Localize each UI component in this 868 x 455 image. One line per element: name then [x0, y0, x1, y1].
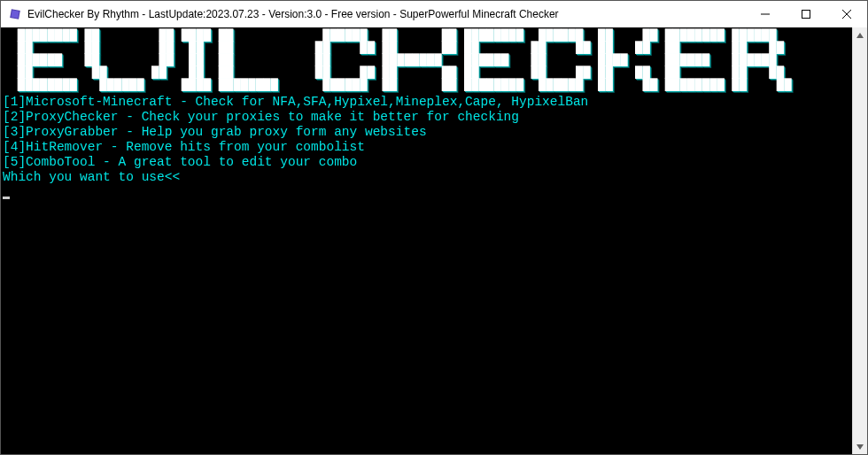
ascii-banner: ████████ ██ ██ ████ ██ ██████ ██ ██ ████… — [3, 29, 852, 91]
menu-option-5: [5]ComboTool - A great tool to edit your… — [3, 155, 357, 169]
svg-rect-3 — [802, 11, 810, 19]
menu-option-2: [2]ProxyChecker - Check your proxies to … — [3, 110, 519, 124]
scroll-down-button[interactable] — [853, 439, 867, 454]
svg-marker-6 — [856, 33, 864, 38]
svg-rect-1 — [11, 10, 19, 18]
menu-option-3: [3]ProxyGrabber - Help you grab proxy fo… — [3, 125, 427, 139]
console-area: ████████ ██ ██ ████ ██ ██████ ██ ██ ████… — [1, 27, 867, 454]
window-title: EvilChecker By Rhythm - LastUpdate:2023.… — [27, 8, 745, 20]
close-button[interactable] — [826, 1, 867, 27]
svg-marker-7 — [856, 444, 864, 450]
cursor — [3, 197, 10, 199]
menu-option-4: [4]HitRemover - Remove hits from your co… — [3, 140, 365, 154]
window-controls — [745, 1, 867, 27]
menu-prompt: Which you want to use<< — [3, 170, 180, 184]
app-window: EvilChecker By Rhythm - LastUpdate:2023.… — [0, 0, 868, 455]
minimize-button[interactable] — [745, 1, 786, 27]
app-icon — [8, 7, 22, 21]
console-output[interactable]: ████████ ██ ██ ████ ██ ██████ ██ ██ ████… — [1, 27, 852, 454]
menu-option-1: [1]Microsoft-Minecraft - Check for NFA,S… — [3, 95, 588, 109]
vertical-scrollbar[interactable] — [852, 27, 867, 454]
titlebar[interactable]: EvilChecker By Rhythm - LastUpdate:2023.… — [1, 1, 867, 27]
maximize-button[interactable] — [786, 1, 826, 27]
scroll-track[interactable] — [853, 42, 867, 439]
scroll-up-button[interactable] — [853, 27, 867, 42]
